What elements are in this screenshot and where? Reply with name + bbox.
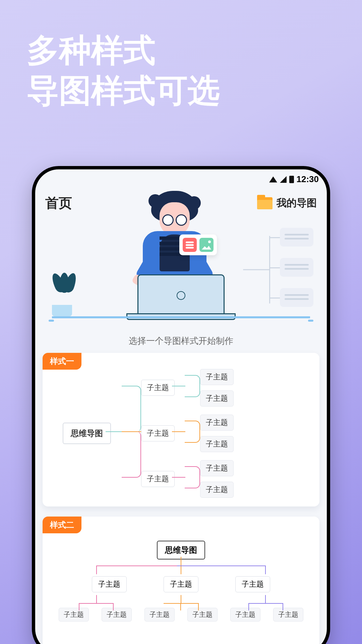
page-title: 首页 bbox=[45, 194, 72, 212]
mindmap-preview-1: 思维导图 子主题 子主题 子主题 子主题 子主题 子主题 bbox=[43, 356, 319, 506]
phone-screen: 12:30 首页 我的导图 bbox=[35, 169, 327, 644]
mm2-leaf-4: 子主题 bbox=[187, 608, 218, 622]
mm1-leaf-5: 子主题 bbox=[200, 460, 234, 476]
style-card-1[interactable]: 样式一 思维导图 子主题 子主题 子主题 子主题 子主题 bbox=[43, 353, 319, 506]
mm1-leaf-6: 子主题 bbox=[200, 482, 234, 498]
headline: 多种样式 导图样式可选 bbox=[0, 0, 362, 111]
mm2-mid-3: 子主题 bbox=[235, 576, 270, 592]
hero-illustration bbox=[35, 221, 327, 332]
mm1-leaf-1: 子主题 bbox=[200, 369, 234, 385]
mm1-leaf-4: 子主题 bbox=[200, 436, 234, 452]
mm1-mid-1: 子主题 bbox=[141, 380, 175, 396]
mm1-root: 思维导图 bbox=[63, 423, 111, 444]
folder-icon bbox=[257, 197, 273, 209]
plant-icon bbox=[52, 305, 72, 316]
headline-line2: 导图样式可选 bbox=[27, 70, 335, 111]
mm2-mid-2: 子主题 bbox=[164, 576, 198, 592]
status-bar: 12:30 bbox=[35, 169, 327, 186]
mm2-mid-1: 子主题 bbox=[92, 576, 127, 592]
mm2-leaf-1: 子主题 bbox=[59, 608, 89, 622]
battery-icon bbox=[289, 176, 294, 183]
my-maps-link[interactable]: 我的导图 bbox=[257, 196, 317, 210]
prompt-text: 选择一个导图样式开始制作 bbox=[35, 332, 327, 353]
media-bubble bbox=[179, 234, 217, 255]
mm2-leaf-3: 子主题 bbox=[144, 608, 175, 622]
style-card-2[interactable]: 样式二 思维导图 子主题 子主题 子主题 bbox=[43, 517, 319, 644]
mm2-leaf-2: 子主题 bbox=[102, 608, 132, 622]
status-time: 12:30 bbox=[297, 174, 319, 184]
laptop-icon bbox=[137, 274, 225, 316]
mini-tree-icon bbox=[243, 224, 317, 315]
signal-icon bbox=[280, 176, 287, 183]
my-maps-label: 我的导图 bbox=[277, 196, 317, 210]
headline-line1: 多种样式 bbox=[27, 30, 335, 70]
mm1-mid-3: 子主题 bbox=[141, 471, 175, 487]
phone-frame: 12:30 首页 我的导图 bbox=[32, 166, 330, 644]
mm1-leaf-3: 子主题 bbox=[200, 415, 234, 431]
mm2-leaf-6: 子主题 bbox=[273, 608, 303, 622]
mm2-leaf-5: 子主题 bbox=[230, 608, 260, 622]
wifi-icon bbox=[269, 176, 277, 182]
document-icon bbox=[183, 238, 197, 252]
mm1-mid-2: 子主题 bbox=[141, 425, 175, 441]
image-icon bbox=[199, 238, 214, 252]
mindmap-preview-2: 思维导图 子主题 子主题 子主题 bbox=[43, 519, 319, 644]
mm1-leaf-2: 子主题 bbox=[200, 390, 234, 407]
